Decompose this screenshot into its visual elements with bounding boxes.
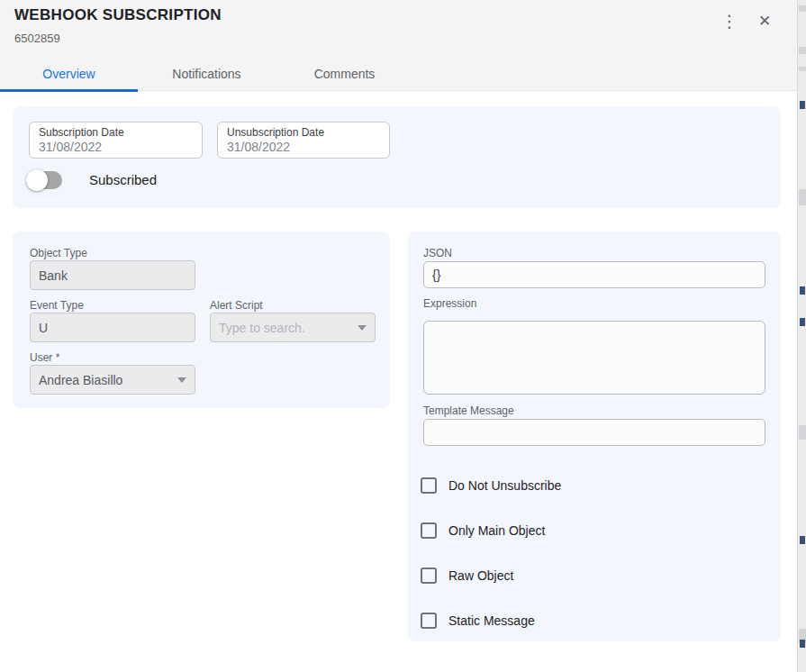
event-type-label: Event Type [30, 299, 84, 312]
kebab-menu-icon[interactable]: ⋮ [719, 9, 740, 32]
raw-object-checkbox[interactable] [421, 568, 437, 584]
subscription-date-field[interactable]: Subscription Date 31/08/2022 [29, 122, 203, 159]
tab-overview-label: Overview [42, 67, 95, 81]
background-fragment [799, 67, 806, 71]
unsubscription-date-field[interactable]: Unsubscription Date 31/08/2022 [217, 122, 390, 159]
only-main-object-label: Only Main Object [448, 523, 545, 538]
only-main-object-checkbox[interactable] [421, 522, 437, 539]
expression-textarea[interactable] [423, 321, 765, 395]
object-type-label: Object Type [30, 247, 87, 259]
static-message-label: Static Message [448, 613, 535, 628]
expression-label: Expression [423, 297, 476, 310]
unsubscription-date-value: 31/08/2022 [227, 140, 380, 154]
background-fragment [800, 640, 805, 648]
background-fragment [800, 286, 805, 295]
subscription-date-label: Subscription Date [39, 126, 193, 139]
tab-notifications-label: Notifications [172, 67, 240, 81]
tab-notifications[interactable]: Notifications [138, 57, 276, 90]
background-fragment [799, 5, 806, 12]
tab-comments[interactable]: Comments [276, 57, 413, 90]
json-input[interactable] [423, 261, 765, 288]
background-fragment [800, 101, 805, 109]
do-not-unsubscribe-checkbox[interactable] [421, 477, 437, 494]
details-panel: Object Type Event Type Alert Script User… [13, 232, 390, 408]
background-fragment [800, 318, 805, 326]
do-not-unsubscribe-label: Do Not Unsubscribe [448, 478, 561, 493]
close-icon[interactable]: ✕ [753, 9, 776, 32]
tab-overview[interactable]: Overview [0, 57, 138, 90]
checkbox-row-do-not-unsubscribe[interactable]: Do Not Unsubscribe [421, 477, 561, 495]
modal-header: WEBHOOK SUBSCRIPTION 6502859 ⋮ ✕ Overvie… [0, 0, 797, 91]
template-message-input[interactable] [423, 419, 765, 446]
raw-object-label: Raw Object [448, 568, 513, 583]
template-message-label: Template Message [423, 404, 514, 417]
active-tab-underline [0, 89, 138, 92]
message-panel: JSON Expression Template Message Do Not … [408, 232, 781, 641]
user-input[interactable] [30, 365, 195, 395]
subscription-date-value: 31/08/2022 [39, 140, 193, 154]
record-id: 6502859 [14, 32, 60, 45]
tab-bar: Overview Notifications Comments [0, 57, 413, 90]
subscribed-toggle-label: Subscribed [89, 172, 157, 187]
toggle-knob [26, 169, 48, 191]
json-label: JSON [423, 247, 452, 259]
subscribed-toggle-row: Subscribed [29, 168, 157, 191]
alert-script-select[interactable] [210, 313, 376, 342]
background-fragment [799, 47, 806, 54]
alert-script-label: Alert Script [210, 299, 263, 312]
background-fragment [800, 536, 805, 544]
checkbox-row-static-message[interactable]: Static Message [421, 612, 535, 630]
unsubscription-date-label: Unsubscription Date [227, 126, 380, 139]
background-page-edge [797, 0, 806, 672]
alert-script-input[interactable] [210, 313, 376, 342]
object-type-field[interactable] [30, 260, 195, 290]
tab-comments-label: Comments [314, 67, 376, 81]
checkbox-row-raw-object[interactable]: Raw Object [421, 567, 513, 585]
webhook-subscription-modal: WEBHOOK SUBSCRIPTION 6502859 ⋮ ✕ Overvie… [0, 0, 797, 672]
user-label: User * [30, 351, 59, 364]
checkbox-row-only-main-object[interactable]: Only Main Object [421, 522, 545, 540]
static-message-checkbox[interactable] [421, 613, 437, 629]
subscription-dates-panel: Subscription Date 31/08/2022 Unsubscript… [13, 106, 781, 208]
subscribed-toggle[interactable] [29, 171, 62, 189]
page-title: WEBHOOK SUBSCRIPTION [14, 6, 222, 24]
background-fragment [799, 425, 806, 440]
event-type-field[interactable] [30, 313, 195, 342]
background-fragment [799, 189, 806, 205]
user-select[interactable] [30, 365, 195, 395]
